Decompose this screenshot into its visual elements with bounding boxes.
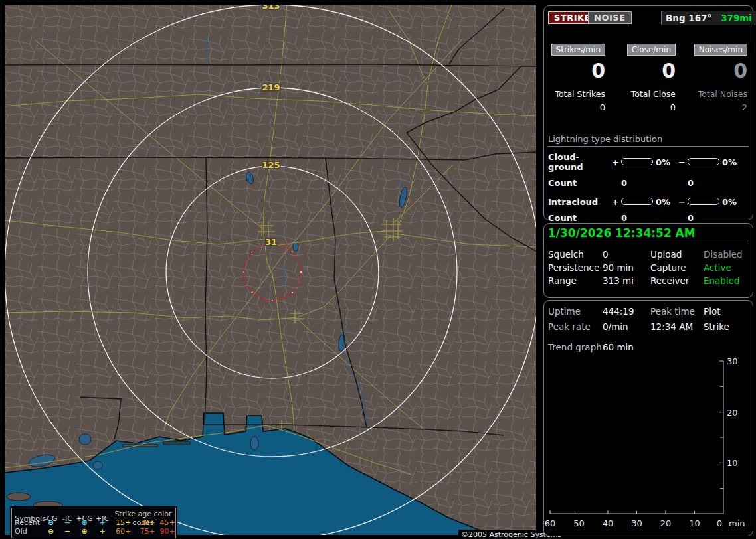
range-label: Range: [548, 275, 577, 286]
y-tick-20: 20: [727, 408, 738, 418]
peak-time-value: 12:34 AM: [650, 321, 693, 332]
recent-pos-cg-icon: ⊕: [75, 518, 94, 527]
x-axis-unit: min: [729, 518, 745, 528]
cloud-ground-count-row: Count 0 0: [548, 178, 749, 188]
total-noises-label: Total Noises: [689, 89, 747, 99]
age-code-30: 30+: [136, 518, 159, 527]
ic-positive-bar: [621, 198, 653, 205]
count-label: Count: [548, 178, 612, 188]
y-ticks: [719, 361, 723, 489]
uptime-label: Uptime: [548, 306, 581, 317]
upload-status: Disabled: [704, 249, 743, 260]
count-label: Count: [548, 213, 612, 223]
trend-axes: [550, 361, 723, 514]
close-per-min-button[interactable]: Close/min: [627, 44, 676, 56]
bearing-readout: Bng 167° 379mi: [661, 11, 756, 25]
x-tick-0: 0: [717, 518, 722, 528]
range-value: 313 mi: [603, 275, 634, 286]
intracloud-label: Intracloud: [548, 197, 612, 207]
ic-negative-pct: 0%: [722, 197, 745, 207]
old-pos-cg-icon: ⊕: [75, 527, 94, 536]
ring-label-125: 125: [262, 160, 280, 170]
age-code-90: 90+: [159, 527, 175, 536]
plus-sign: +: [612, 197, 621, 207]
ring-label-219: 219: [262, 82, 280, 92]
strikes-per-min-column: Strikes/min 0 Total Strikes 0: [547, 42, 605, 112]
uptime-row: Uptime 444:19 Peak time Plot: [544, 306, 753, 317]
cloud-ground-label: Cloud-ground: [548, 152, 612, 172]
upload-label: Upload: [650, 249, 682, 260]
receiver-status: Enabled: [704, 275, 740, 286]
trend-graph-label: Trend graph: [548, 342, 602, 352]
y-tick-30: 30: [727, 356, 738, 366]
peak-rate-row: Peak rate 0/min 12:34 AM Strike: [544, 321, 753, 332]
noise-mode-button[interactable]: NOISE: [588, 11, 632, 24]
minus-sign: −: [678, 197, 688, 207]
intracloud-row: Intracloud + 0% − 0%: [548, 197, 749, 207]
strike-symbol-legend: Symbols -CG -IC +CG +IC Strike age color…: [11, 508, 176, 538]
squelch-upload-row: Squelch 0 Upload Disabled: [544, 249, 753, 260]
noises-per-min-button[interactable]: Noises/min: [694, 44, 747, 56]
total-close-label: Total Close: [617, 89, 676, 99]
x-ticks: [550, 510, 695, 514]
trend-graph-row: Trend graph 60 min: [544, 342, 753, 352]
map-canvas[interactable]: 313 219 125 31 Symbols -CG -IC +CG +IC S…: [5, 5, 536, 535]
persistence-value: 90 min: [603, 262, 634, 273]
trend-window-value: 60 min: [603, 342, 634, 352]
squelch-label: Squelch: [548, 249, 584, 260]
capture-label: Capture: [650, 262, 686, 273]
age-code-75: 75+: [136, 527, 159, 536]
datetime-divider: [547, 242, 749, 242]
capture-status: Active: [704, 262, 731, 273]
lightning-distribution-section: Lightning type distribution Cloud-ground…: [548, 134, 749, 229]
old-pos-ic-icon: +: [94, 527, 111, 536]
status-panel: 1/30/2026 12:34:52 AM Squelch 0 Upload D…: [543, 223, 753, 298]
stats-panel: Uptime 444:19 Peak time Plot Peak rate 0…: [543, 300, 753, 536]
recent-neg-ic-icon: −: [60, 518, 75, 527]
old-neg-cg-icon: ⊖: [42, 527, 60, 536]
peak-rate-label: Peak rate: [548, 321, 591, 332]
range-receiver-row: Range 313 mi Receiver Enabled: [544, 275, 753, 286]
noises-per-min-value: 0: [689, 61, 747, 81]
receiver-label: Receiver: [650, 275, 689, 286]
intracloud-count-row: Count 0 0: [548, 213, 749, 223]
minus-sign: −: [678, 157, 688, 167]
age-code-60: 60+: [111, 527, 136, 536]
x-tick-30: 30: [631, 518, 642, 528]
datetime-display: 1/30/2026 12:34:52 AM: [548, 226, 696, 240]
cloud-ground-row: Cloud-ground + 0% − 0%: [548, 152, 749, 172]
counters-panel: STRIKE NOISE Bng 167° 379mi Strikes/min …: [543, 5, 753, 220]
ic-negative-bar: [688, 198, 719, 205]
ic-positive-pct: 0%: [656, 197, 678, 207]
x-tick-50: 50: [573, 518, 585, 528]
cg-positive-pct: 0%: [656, 157, 678, 167]
strikes-per-min-button[interactable]: Strikes/min: [551, 44, 605, 56]
total-noises-value: 2: [689, 102, 747, 112]
cg-negative-bar: [688, 158, 719, 165]
x-tick-10: 10: [689, 518, 700, 528]
strikes-per-min-value: 0: [547, 61, 605, 81]
peak-time-label: Peak time: [650, 306, 695, 317]
bearing-distance: 379mi: [721, 13, 752, 23]
plot-label: Plot: [704, 306, 720, 317]
ring-label-31: 31: [265, 237, 277, 247]
ring-label-313: 313: [262, 5, 280, 11]
x-tick-40: 40: [603, 518, 614, 528]
x-tick-60: 60: [545, 518, 556, 528]
distribution-title: Lightning type distribution: [548, 134, 749, 147]
squelch-value: 0: [603, 249, 609, 260]
close-per-min-column: Close/min 0 Total Close 0: [617, 42, 676, 112]
plus-sign: +: [612, 157, 621, 167]
map-svg: 313 219 125 31: [5, 5, 536, 535]
persistence-label: Persistence: [548, 262, 599, 273]
total-strikes-label: Total Strikes: [547, 89, 605, 99]
close-per-min-value: 0: [617, 61, 676, 81]
peak-rate-value: 0/min: [603, 321, 628, 332]
total-strikes-value: 0: [547, 102, 605, 112]
noises-per-min-column: Noises/min 0 Total Noises 2: [689, 42, 747, 112]
cg-positive-count: 0: [621, 178, 656, 188]
persistence-capture-row: Persistence 90 min Capture Active: [544, 262, 753, 273]
recent-pos-ic-icon: +: [94, 518, 111, 527]
bearing-value: Bng 167°: [666, 13, 711, 23]
total-close-value: 0: [617, 102, 676, 112]
